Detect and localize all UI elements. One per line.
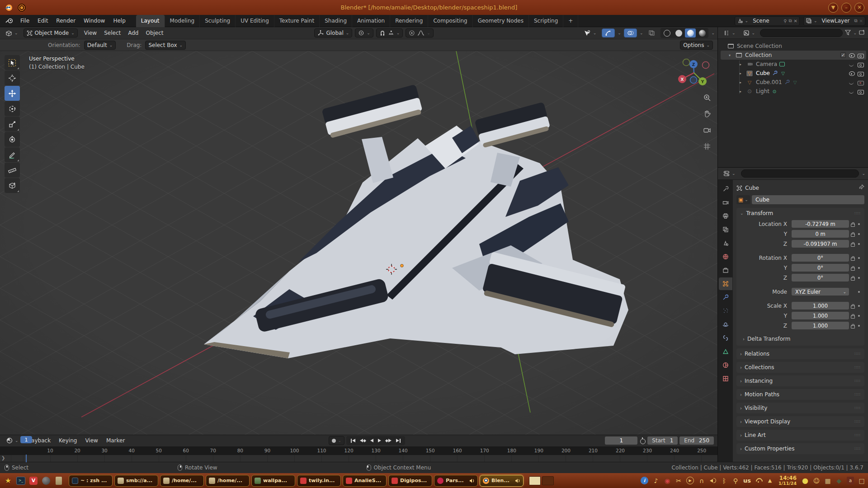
zoom-icon[interactable] [702,93,712,103]
window-close-button[interactable]: ✕ [854,3,864,13]
physics-tab[interactable] [719,318,732,331]
calculator-icon[interactable]: ▦ [824,477,831,485]
viewport-canvas[interactable]: Z X Y User Perspective (1) Collection | … [0,51,717,435]
shading-rendered-button[interactable] [697,28,708,38]
shading-solid-button[interactable] [673,28,684,38]
select-box-tool[interactable] [5,55,20,70]
chevron-down-icon[interactable]: ⌄ [745,19,749,23]
hide-viewport-toggle[interactable] [849,80,854,85]
annotate-tool[interactable] [5,147,20,162]
volume-icon[interactable] [709,477,717,485]
tool-tab[interactable] [719,183,732,195]
object-name[interactable]: Light [756,88,769,94]
world-tab[interactable] [719,250,732,263]
transform-value-field[interactable]: 0 m⌄ [792,230,849,238]
transform-value-field[interactable]: 1.000⌄ [792,302,849,310]
section-header[interactable]: › Visibility ∷∷ [736,403,864,413]
transform-value-field[interactable]: 1.000⌄ [792,322,849,329]
camera-view-icon[interactable] [702,125,712,135]
topbar-menu-item[interactable]: Help [109,18,129,24]
animate-dot[interactable] [856,223,862,225]
section-header[interactable]: › Relations ∷∷ [736,348,864,359]
workspace-tab[interactable]: Sculpting [200,15,236,27]
next-keyframe-button[interactable] [384,437,393,444]
vivaldi-launcher[interactable]: V [28,475,39,486]
files-launcher[interactable] [53,475,64,486]
chevron-down-icon[interactable]: ⌄ [711,31,715,35]
drag-setting-dropdown[interactable]: Select Box ⌄ [145,41,186,50]
animate-dot[interactable] [856,257,862,259]
breadcrumb-object-name[interactable]: Cube [745,185,759,191]
outliner-editor-type-button[interactable]: ⌄ [721,28,738,38]
outliner-row[interactable]: Camera ▽ ⊙ [721,60,866,69]
viewlayer-selector[interactable]: ⌄ ViewLayer ⧉ ✕ [803,16,865,26]
drag-grip-icon[interactable]: ∷∷ [855,211,861,216]
transform-tool[interactable] [5,132,20,147]
headphones-icon[interactable]: ∩ [698,477,705,485]
disable-render-toggle[interactable] [857,80,863,85]
viewport-menu-item[interactable]: Select [100,30,124,36]
object-data-icon-dropdown[interactable]: ▣⌄ [736,195,750,204]
expander-icon[interactable] [740,62,744,66]
orientation-setting-dropdown[interactable]: Default ⌄ [84,41,116,50]
frame-end-field[interactable]: End 250 [679,436,714,445]
topbar-menu-item[interactable]: File [16,18,33,24]
delta-transform-subpanel[interactable]: › Delta Transform [736,336,864,346]
transform-orientation-selector[interactable]: Global ⌄ [314,28,352,38]
move-tool[interactable] [5,86,20,101]
info-icon[interactable]: i [641,477,648,484]
clipboard-icon[interactable]: ✂ [675,477,682,485]
drag-grip-icon[interactable]: ∷∷ [855,365,861,370]
pin-icon[interactable]: ⚲ [783,19,787,23]
window-shade-button[interactable]: ▼ [828,3,838,13]
task-button[interactable]: Pars... [434,475,478,487]
transform-value-field[interactable]: 0°⌄ [792,264,849,272]
stopwatch-icon[interactable] [639,437,646,444]
material-tab[interactable] [719,359,732,371]
viewlayer-name[interactable]: ViewLayer [819,18,853,24]
drag-grip-icon[interactable]: ∷∷ [855,419,861,424]
expander-icon[interactable] [740,89,744,94]
transform-value-field[interactable]: 1.000⌄ [792,312,849,319]
topbar-menu-item[interactable]: Window [80,18,109,24]
ortho-grid-icon[interactable] [702,141,712,151]
prev-keyframe-button[interactable] [358,437,368,444]
terminal-launcher[interactable]: >_ [15,475,26,486]
viewport-menu-item[interactable]: Object [142,30,167,36]
drag-grip-icon[interactable]: ∷∷ [855,406,861,410]
jump-to-end-button[interactable] [394,437,402,444]
task-button[interactable]: /home/... [206,475,250,487]
workspace-2[interactable] [542,476,554,485]
new-collection-button[interactable] [859,29,865,36]
workspace-tab[interactable]: UV Editing [236,15,274,27]
media-player-icon[interactable]: ▶ [686,477,694,484]
weather-icon[interactable]: ● [802,477,809,485]
modifiers-tab[interactable] [719,291,732,304]
animate-dot[interactable] [856,267,862,269]
object-name[interactable]: Cube.001 [756,79,782,85]
drag-grip-icon[interactable]: ∷∷ [855,446,861,451]
viewport-menu-item[interactable]: View [80,30,100,36]
hide-viewport-toggle[interactable] [849,61,854,67]
gizmos-toggle[interactable] [602,28,615,38]
task-button[interactable]: /home/... [160,475,204,487]
keyboard-layout[interactable]: us [743,477,751,485]
xray-toggle[interactable] [646,28,658,38]
task-button[interactable]: AnalieS... [343,475,387,487]
pin-icon[interactable] [859,184,864,192]
animate-dot[interactable] [856,325,862,327]
task-button[interactable]: twily.in... [297,475,341,487]
timeline-menu-item[interactable]: View [81,437,101,444]
viewport-menu-item[interactable]: Add [124,30,142,36]
section-header[interactable]: › Collections ∷∷ [736,362,864,373]
chevron-down-icon[interactable]: ⌄ [814,19,817,23]
disable-render-toggle[interactable] [857,89,863,94]
outliner-display-mode-button[interactable]: ⌄ [741,28,758,38]
expander-icon[interactable] [740,80,744,84]
jump-to-start-button[interactable] [349,437,357,444]
workspace-tab[interactable]: Modeling [165,15,200,27]
chevron-down-icon[interactable]: ⌄ [853,31,857,35]
section-header[interactable]: › Instancing ∷∷ [736,375,864,386]
rotate-tool[interactable] [5,101,20,116]
lock-icon[interactable] [849,323,856,328]
